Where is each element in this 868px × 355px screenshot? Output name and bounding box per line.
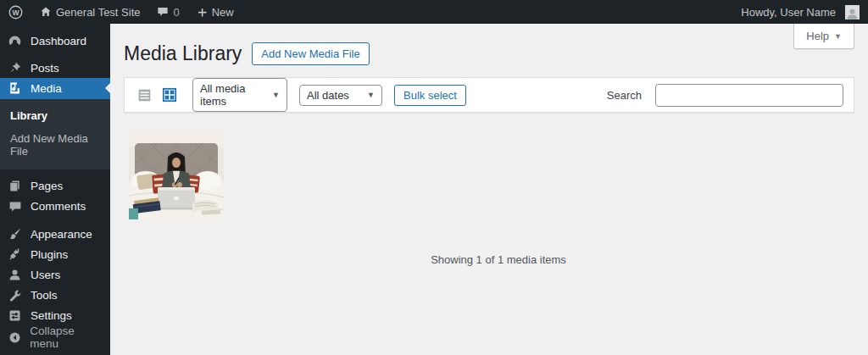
media-submenu: Library Add New Media File <box>0 99 110 169</box>
home-icon <box>40 6 52 18</box>
page-title: Media Library <box>124 42 242 65</box>
pushpin-icon <box>7 61 23 75</box>
bulk-select-button[interactable]: Bulk select <box>394 85 466 106</box>
brush-icon <box>7 227 23 241</box>
settings-icon <box>7 309 23 322</box>
sidebar-item-plugins[interactable]: Plugins <box>0 244 110 264</box>
user-icon <box>7 269 23 281</box>
media-type-filter-select[interactable]: All media items ▼ <box>192 78 287 112</box>
add-new-media-file-button[interactable]: Add New Media File <box>252 42 369 65</box>
collapse-menu-button[interactable]: Collapse menu <box>0 326 110 349</box>
user-account-menu[interactable]: Howdy, User Name <box>732 0 861 24</box>
submenu-item-library[interactable]: Library <box>0 104 110 127</box>
site-name: General Test Site <box>56 6 140 19</box>
media-grid: Showing 1 of 1 media items <box>110 113 868 266</box>
user-avatar <box>845 5 860 19</box>
sidebar-item-settings[interactable]: Settings <box>0 306 110 326</box>
sidebar-item-tools[interactable]: Tools <box>0 285 110 305</box>
help-dropdown[interactable]: Help ▼ <box>793 24 854 49</box>
chevron-down-icon: ▼ <box>834 32 842 41</box>
plus-icon <box>197 7 208 18</box>
howdy-text: Howdy, User Name <box>741 6 836 19</box>
wordpress-logo-menu[interactable]: W <box>0 0 31 24</box>
new-label: New <box>212 6 234 19</box>
pages-icon <box>7 180 23 192</box>
media-icon <box>7 81 23 95</box>
admin-sidebar: Dashboard Posts Media Library Add New Me… <box>0 24 110 355</box>
sidebar-item-comments[interactable]: Comments <box>0 197 110 217</box>
sidebar-item-media[interactable]: Media <box>0 78 110 98</box>
search-input[interactable] <box>655 84 843 107</box>
sidebar-item-pages[interactable]: Pages <box>0 176 110 197</box>
main-content: Help ▼ Media Library Add New Media File … <box>110 24 868 355</box>
svg-text:W: W <box>12 8 19 16</box>
chevron-down-icon: ▼ <box>367 91 375 99</box>
sidebar-item-dashboard[interactable]: Dashboard <box>0 31 110 51</box>
comment-bubble-icon <box>157 6 169 18</box>
plug-icon <box>7 247 23 261</box>
media-count-status: Showing 1 of 1 media items <box>129 253 868 266</box>
search-label: Search <box>607 89 642 102</box>
sidebar-item-posts[interactable]: Posts <box>0 58 110 78</box>
admin-bar: W General Test Site 0 New Howdy, User Na… <box>0 0 868 24</box>
list-view-icon[interactable] <box>135 86 153 104</box>
grid-view-icon[interactable] <box>160 86 179 104</box>
comment-icon <box>7 200 23 214</box>
dashboard-icon <box>7 34 23 48</box>
comments-menu[interactable]: 0 <box>148 0 187 24</box>
comments-count: 0 <box>173 6 179 19</box>
wordpress-logo-icon: W <box>8 5 23 19</box>
collapse-arrow-icon <box>7 331 22 344</box>
site-name-menu[interactable]: General Test Site <box>31 0 148 24</box>
media-toolbar: All media items ▼ All dates ▼ Bulk selec… <box>124 77 854 113</box>
new-content-menu[interactable]: New <box>188 0 242 24</box>
sidebar-item-users[interactable]: Users <box>0 264 110 285</box>
submenu-item-add-new-media-file[interactable]: Add New Media File <box>0 127 110 163</box>
media-item-thumbnail[interactable] <box>129 128 224 221</box>
chevron-down-icon: ▼ <box>272 91 280 99</box>
date-filter-select[interactable]: All dates ▼ <box>299 85 382 106</box>
sidebar-item-appearance[interactable]: Appearance <box>0 224 110 244</box>
wrench-icon <box>7 289 23 302</box>
